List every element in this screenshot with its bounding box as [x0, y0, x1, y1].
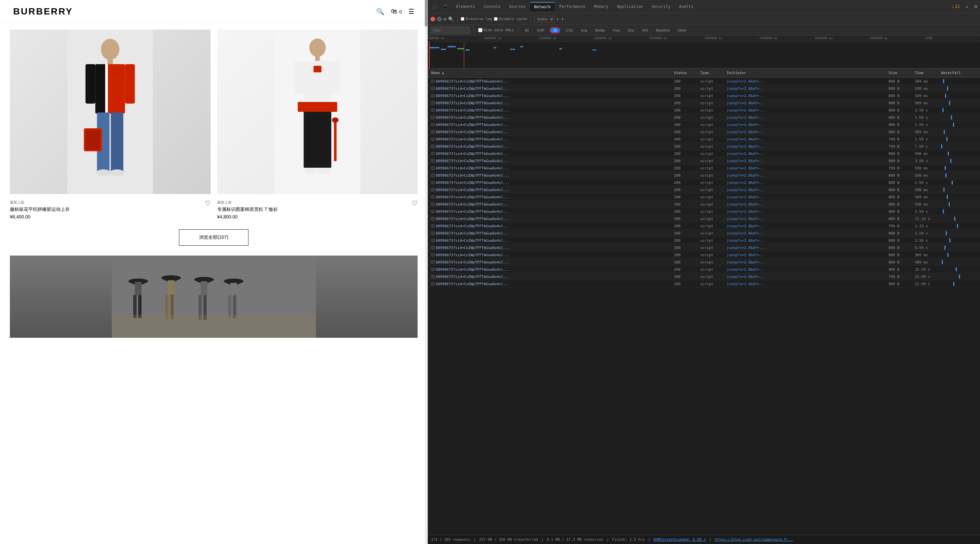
scroll-thumb[interactable] — [425, 0, 428, 26]
row-checkbox[interactable] — [431, 224, 434, 228]
row-checkbox[interactable] — [431, 239, 434, 242]
scroll-bar[interactable] — [425, 0, 428, 544]
tab-audits[interactable]: Audits — [675, 2, 697, 11]
table-row[interactable]: 68996673?sid=CoZWpTFFTmGuw6o4xl... 200 s… — [428, 208, 980, 215]
row-checkbox[interactable] — [431, 101, 434, 105]
th-type[interactable]: Type — [698, 71, 725, 75]
table-row[interactable]: 68996673?sid=CoZWpTFFTmGuw6o4xl... 200 s… — [428, 222, 980, 230]
row-checkbox[interactable] — [431, 159, 434, 162]
search-icon[interactable]: 🔍 — [376, 8, 384, 16]
filter-img-btn[interactable]: Img — [579, 28, 590, 33]
search-network-icon[interactable]: 🔍 — [448, 16, 454, 22]
close-devtools-icon[interactable]: ✕ — [963, 3, 971, 11]
table-row[interactable]: 68996673?sid=CoZWpTFFTmGuw6o4xl... 200 s… — [428, 172, 980, 179]
row-checkbox[interactable] — [431, 167, 434, 170]
table-row[interactable]: 68996673?sid=CoZWpTFFTmGuw6o4xl... 200 s… — [428, 179, 980, 186]
disable-cache-checkbox[interactable]: Disable cache — [494, 17, 527, 21]
table-row[interactable]: 68996673?sid=CoZWpTFFTmGuw6o4xl... 200 s… — [428, 230, 980, 237]
row-checkbox[interactable] — [431, 116, 434, 119]
row-checkbox[interactable] — [431, 94, 434, 97]
row-checkbox[interactable] — [431, 79, 434, 83]
filter-media-btn[interactable]: Media — [592, 28, 608, 33]
row-checkbox[interactable] — [431, 123, 434, 126]
row-checkbox[interactable] — [431, 195, 434, 199]
table-row[interactable]: 68996673?sid=CoZWpTFFTmGuw6o4xl... 200 s… — [428, 193, 980, 201]
row-checkbox[interactable] — [431, 130, 434, 133]
row-checkbox[interactable] — [431, 275, 434, 278]
row-checkbox[interactable] — [431, 188, 434, 192]
filter-manifest-btn[interactable]: Manifest — [653, 28, 672, 33]
row-checkbox[interactable] — [431, 232, 434, 235]
row-checkbox[interactable] — [431, 260, 434, 264]
preserve-log-checkbox[interactable]: Preserve log — [461, 17, 492, 21]
download-icon[interactable]: ⬇ — [561, 16, 564, 22]
hide-data-urls-input[interactable] — [478, 28, 482, 32]
table-row[interactable]: 68996673?sid=CoZWpTFFTmGuw6o4xl... 200 s… — [428, 266, 980, 273]
row-checkbox[interactable] — [431, 181, 434, 184]
row-checkbox[interactable] — [431, 145, 434, 148]
th-name[interactable]: Name ▲ — [429, 71, 672, 75]
table-row[interactable]: 68996673?sid=CoZWpTFFTmGuw6o4xl... 200 s… — [428, 92, 980, 99]
throttle-select[interactable]: Online — [534, 16, 555, 22]
wishlist-btn-1[interactable]: ♡ — [205, 199, 211, 207]
upload-icon[interactable]: ⬆ — [557, 16, 559, 22]
table-row[interactable]: 68996673?sid=CoZWpTFFTmGuw6o4xl... 200 s… — [428, 106, 980, 114]
tab-network[interactable]: Network — [530, 2, 555, 11]
menu-icon[interactable]: ☰ — [408, 8, 414, 16]
th-status[interactable]: Status — [672, 71, 698, 75]
row-checkbox[interactable] — [431, 217, 434, 220]
wishlist-btn-2[interactable]: ♡ — [412, 199, 418, 207]
table-row[interactable]: 68996673?sid=CoZWpTFFTmGuw6o4xl... 200 s… — [428, 114, 980, 121]
disable-cache-input[interactable] — [494, 17, 498, 21]
row-checkbox[interactable] — [431, 268, 434, 271]
filter-doc-btn[interactable]: Doc — [625, 28, 637, 33]
table-row[interactable]: 68996673?sid=CoZWpTFFTmGuw6o4xl... 200 s… — [428, 150, 980, 157]
th-waterfall[interactable]: Waterfall — [939, 71, 979, 75]
row-checkbox[interactable] — [431, 109, 434, 112]
table-row[interactable]: 68996673?sid=CoZWpTFFTmGuw6o4xl... 200 s… — [428, 280, 980, 287]
table-row[interactable]: 68996673?sid=CoZWpTFFTmGuw6o4xl... 200 s… — [428, 215, 980, 222]
bag-icon[interactable]: 🛍 0 — [391, 8, 402, 15]
table-row[interactable]: 68996673?sid=CoZWpTFFTmGuw6o4xl... 200 s… — [428, 259, 980, 266]
filter-other-btn[interactable]: Other — [675, 28, 689, 33]
table-row[interactable]: 68996673?sid=CoZWpTFFTmGuw6o4xl... 200 s… — [428, 121, 980, 128]
row-checkbox[interactable] — [431, 253, 434, 257]
table-row[interactable]: 68996673?sid=CoZWpTFFTmGuw6o4xl... 200 s… — [428, 135, 980, 143]
table-row[interactable]: 68996673?sid=CoZWpTFFTmGuw6o4xl... 200 s… — [428, 186, 980, 193]
record-button[interactable] — [430, 17, 435, 21]
tab-console[interactable]: Console — [480, 2, 504, 11]
row-checkbox[interactable] — [431, 174, 434, 177]
url-hint[interactable]: https://blog.csdn.net/namespace_P... — [715, 538, 793, 542]
th-initiator[interactable]: Initiator — [725, 71, 886, 75]
table-row[interactable]: 68996673?sid=CoZWpTFFTmGuw6o4xl... 200 s… — [428, 85, 980, 92]
filter-xhr-btn[interactable]: XHR — [534, 28, 547, 33]
filter-js-btn[interactable]: JS — [550, 27, 560, 33]
product-image-2[interactable] — [217, 30, 418, 194]
filter-input[interactable] — [430, 27, 470, 34]
tab-application[interactable]: Application — [613, 2, 647, 11]
row-checkbox[interactable] — [431, 138, 434, 141]
product-image-1[interactable] — [10, 30, 211, 194]
dom-content-loaded[interactable]: DOMContentLoaded: 6.80 s — [654, 538, 706, 542]
row-checkbox[interactable] — [431, 87, 434, 90]
row-checkbox[interactable] — [431, 152, 434, 155]
filter-css-btn[interactable]: CSS — [563, 28, 576, 33]
table-row[interactable]: 68996673?sid=CoZWpTFFTmGuw6o4xl... 200 s… — [428, 251, 980, 259]
row-checkbox[interactable] — [431, 203, 434, 206]
tab-performance[interactable]: Performance — [555, 2, 589, 11]
table-row[interactable]: 68996673?sid=CoZWpTFFTmGuw6o4xl... 200 s… — [428, 99, 980, 106]
row-checkbox[interactable] — [431, 210, 434, 213]
stop-button[interactable] — [437, 17, 442, 21]
table-row[interactable]: 68996673?sid=CoZWpTFFTmGuw6o4xl... 200 s… — [428, 157, 980, 165]
filter-ws-btn[interactable]: WS — [640, 28, 651, 33]
tab-sources[interactable]: Sources — [505, 2, 530, 11]
device-toggle-icon[interactable]: 📱 — [441, 3, 449, 11]
tab-security[interactable]: Security — [648, 2, 675, 11]
tab-elements[interactable]: Elements — [452, 2, 479, 11]
table-row[interactable]: 68996673?sid=CoZWpTFFTmGuw6o4xl... 200 s… — [428, 165, 980, 172]
th-time[interactable]: Time — [913, 71, 939, 75]
preserve-log-input[interactable] — [461, 17, 465, 21]
table-row[interactable]: 68996673?sid=CoZWpTFFTmGuw6o4xl... 200 s… — [428, 143, 980, 150]
table-row[interactable]: 68996673?sid=CoZWpTFFTmGuw6o4xl... 200 s… — [428, 128, 980, 135]
table-row[interactable]: 68996673?sid=CoZWpTFFTmGuw6o4xl... 200 s… — [428, 78, 980, 85]
